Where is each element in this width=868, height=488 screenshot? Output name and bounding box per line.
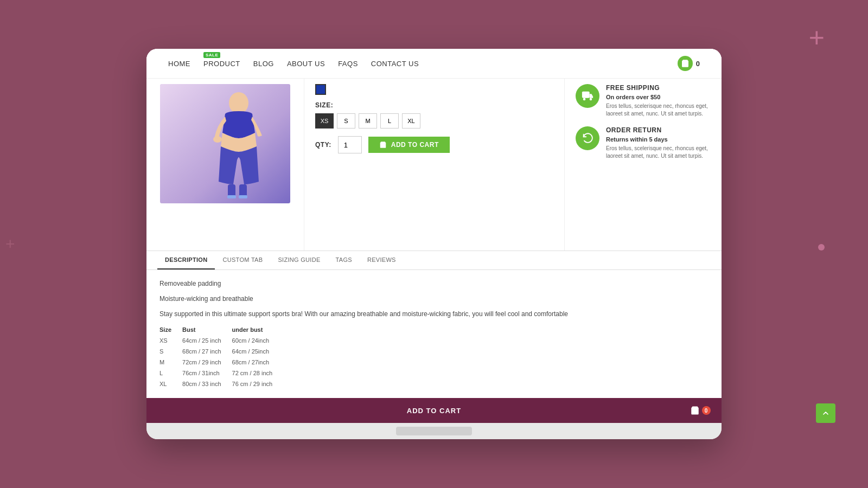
- laptop-frame: HOME SALE PRODUCT BLOG ABOUT US FAQS CON…: [146, 49, 722, 439]
- bottom-cart-badge: 0: [702, 406, 711, 415]
- right-info-section: FREE SHIPPING On orders over $50 Eros te…: [564, 79, 722, 251]
- table-cell-under_bust: 64cm / 25inch: [232, 346, 284, 357]
- svg-point-4: [213, 136, 222, 143]
- shipping-icon-circle: [576, 84, 599, 108]
- cart-count: 0: [696, 60, 700, 68]
- description-line-1: Removeable padding: [159, 279, 709, 288]
- main-content: SIZE: XS S M L XL QTY: ADD T: [146, 79, 722, 251]
- size-btn-xl[interactable]: XL: [402, 113, 420, 129]
- cart-button[interactable]: 0: [678, 56, 700, 71]
- nav-home[interactable]: HOME: [168, 60, 190, 68]
- table-cell-size: L: [159, 368, 182, 378]
- laptop-trackpad: [396, 427, 472, 435]
- product-image-section: [146, 79, 304, 251]
- shipping-subtitle: On orders over $50: [606, 94, 711, 100]
- table-row: XL80cm / 33 inch76 cm / 29 inch: [159, 378, 283, 389]
- dot-decoration: [818, 244, 825, 251]
- table-cell-size: S: [159, 346, 182, 357]
- shipping-body: Eros tellus, scelerisque nec, rhoncus eg…: [606, 102, 711, 118]
- size-table: Size Bust under bust XS64cm / 25 inch60c…: [159, 324, 283, 389]
- color-swatch-blue[interactable]: [315, 84, 326, 95]
- chevron-up-icon: [821, 409, 830, 418]
- description-line-2: Moisture-wicking and breathable: [159, 294, 709, 304]
- svg-point-11: [590, 98, 592, 101]
- table-cell-bust: 80cm / 33 inch: [182, 378, 232, 389]
- truck-icon: [582, 90, 593, 102]
- table-cell-under_bust: 76 cm / 29 inch: [232, 378, 284, 389]
- table-cell-bust: 76cm / 31inch: [182, 368, 232, 378]
- add-to-cart-button[interactable]: ADD TO CART: [368, 137, 450, 153]
- tab-content-description: Removeable padding Moisture-wicking and …: [146, 270, 722, 398]
- svg-rect-8: [239, 195, 247, 198]
- return-title: ORDER RETURN: [606, 126, 711, 134]
- scroll-to-top-button[interactable]: [816, 403, 835, 423]
- tab-reviews[interactable]: REVIEWS: [360, 251, 404, 269]
- return-body: Eros tellus, scelerisque nec, rhoncus eg…: [606, 145, 711, 160]
- bottom-cart-icon: 0: [690, 406, 711, 415]
- cart-icon: [678, 56, 693, 71]
- table-cell-size: M: [159, 357, 182, 368]
- table-header-size: Size: [159, 324, 182, 335]
- svg-point-10: [583, 98, 586, 101]
- bottom-cart-bar[interactable]: ADD TO CART 0: [146, 398, 722, 423]
- table-cell-bust: 64cm / 25 inch: [182, 335, 232, 346]
- product-details-section: SIZE: XS S M L XL QTY: ADD T: [304, 79, 564, 251]
- qty-label: QTY:: [315, 141, 331, 149]
- return-subtitle: Returns within 5 days: [606, 136, 711, 143]
- svg-point-3: [229, 92, 248, 114]
- shipping-text: FREE SHIPPING On orders over $50 Eros te…: [606, 84, 711, 118]
- table-cell-size: XS: [159, 335, 182, 346]
- plus-icon-top-right: +: [809, 22, 825, 53]
- qty-input[interactable]: [338, 136, 362, 153]
- nav-contact[interactable]: CONTACT US: [371, 60, 419, 68]
- tab-sizing[interactable]: SIZING GUIDE: [270, 251, 328, 269]
- product-image: [160, 84, 290, 203]
- description-line-3: Stay supported in this ultimate support …: [159, 309, 709, 319]
- sale-badge: SALE: [203, 52, 220, 58]
- table-cell-under_bust: 68cm / 27inch: [232, 357, 284, 368]
- plus-icon-left: +: [5, 235, 15, 253]
- tabs-section: DESCRIPTION CUSTOM TAB SIZING GUIDE TAGS…: [146, 251, 722, 398]
- tab-custom[interactable]: CUSTOM TAB: [215, 251, 270, 269]
- return-icon: [582, 132, 593, 144]
- cart-icon-btn: [379, 141, 387, 149]
- size-btn-m[interactable]: M: [359, 113, 377, 129]
- return-text: ORDER RETURN Returns within 5 days Eros …: [606, 126, 711, 160]
- table-cell-bust: 72cm / 29 inch: [182, 357, 232, 368]
- bottom-cart-label: ADD TO CART: [407, 407, 461, 415]
- svg-rect-9: [582, 92, 590, 98]
- tab-tags[interactable]: TAGS: [328, 251, 360, 269]
- table-cell-size: XL: [159, 378, 182, 389]
- nav-faqs[interactable]: FAQS: [338, 60, 358, 68]
- laptop-bottom: [146, 423, 722, 439]
- laptop-screen: HOME SALE PRODUCT BLOG ABOUT US FAQS CON…: [146, 49, 722, 423]
- size-btn-s[interactable]: S: [337, 113, 355, 129]
- nav-links: HOME SALE PRODUCT BLOG ABOUT US FAQS CON…: [168, 60, 419, 68]
- table-row: L76cm / 31inch72 cm / 28 inch: [159, 368, 283, 378]
- qty-row: QTY: ADD TO CART: [315, 136, 553, 153]
- tabs-header: DESCRIPTION CUSTOM TAB SIZING GUIDE TAGS…: [146, 251, 722, 270]
- table-row: M72cm / 29 inch68cm / 27inch: [159, 357, 283, 368]
- size-btn-xs[interactable]: XS: [315, 113, 334, 129]
- return-info-card: ORDER RETURN Returns within 5 days Eros …: [576, 126, 711, 160]
- shipping-info-card: FREE SHIPPING On orders over $50 Eros te…: [576, 84, 711, 118]
- table-cell-under_bust: 72 cm / 28 inch: [232, 368, 284, 378]
- table-header-underbust: under bust: [232, 324, 284, 335]
- table-cell-under_bust: 60cm / 24inch: [232, 335, 284, 346]
- shipping-title: FREE SHIPPING: [606, 84, 711, 92]
- table-header-bust: Bust: [182, 324, 232, 335]
- size-label: SIZE:: [315, 101, 553, 109]
- navbar: HOME SALE PRODUCT BLOG ABOUT US FAQS CON…: [146, 49, 722, 79]
- bottom-cart-svg: [690, 406, 700, 415]
- svg-rect-7: [227, 195, 236, 198]
- table-row: S68cm / 27 inch64cm / 25inch: [159, 346, 283, 357]
- nav-about[interactable]: ABOUT US: [287, 60, 325, 68]
- size-options: XS S M L XL: [315, 113, 553, 129]
- nav-product[interactable]: SALE PRODUCT: [203, 60, 240, 68]
- size-btn-l[interactable]: L: [380, 113, 399, 129]
- table-row: XS64cm / 25 inch60cm / 24inch: [159, 335, 283, 346]
- return-icon-circle: [576, 126, 599, 150]
- nav-blog[interactable]: BLOG: [253, 60, 274, 68]
- tab-description[interactable]: DESCRIPTION: [157, 251, 215, 269]
- table-cell-bust: 68cm / 27 inch: [182, 346, 232, 357]
